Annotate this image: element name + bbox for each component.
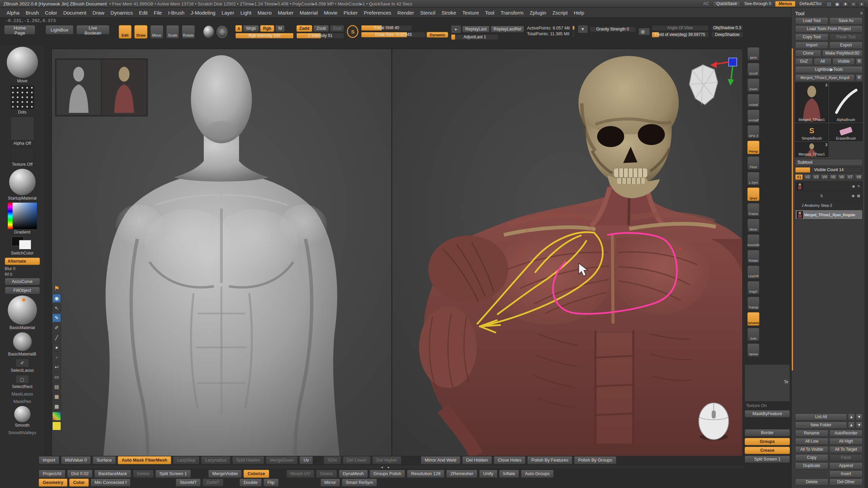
append-button[interactable]: Append (829, 462, 863, 469)
shelf-button[interactable]: ProjectAll (39, 470, 65, 478)
lightbox-tools-button[interactable]: Lightbox▶Tools (795, 66, 863, 73)
shelf-tile[interactable]: Xpose (747, 343, 760, 357)
color-picker[interactable] (8, 203, 37, 229)
all-high-button[interactable]: All High (829, 438, 863, 445)
shelf-button[interactable]: Polish By Features (527, 456, 572, 464)
save-as-button[interactable]: Save As (829, 17, 863, 24)
all-to-visible-button[interactable]: All To Visible (795, 446, 828, 453)
crease-button[interactable]: Crease (745, 447, 790, 454)
subtool-row-selected[interactable]: Merged_TPose1_Ryan_Kingslie (795, 210, 862, 220)
subtool-row-icons[interactable]: ◉ ▦ (852, 194, 861, 198)
tool-panel-header[interactable]: Tool ≡ (795, 9, 863, 17)
stroke-type-sphere[interactable] (7, 47, 38, 78)
subtool-row-icons[interactable]: ◉ ✎ (852, 184, 861, 188)
menu-item[interactable]: Movie (321, 8, 340, 17)
shelf-tile[interactable]: AAHalf (747, 109, 760, 123)
shelf-button[interactable]: Dist 0.02 (67, 470, 93, 478)
menu-item[interactable]: Marker (275, 8, 297, 17)
shelf-tile[interactable]: L.Sym (747, 172, 760, 185)
menu-item[interactable]: Zplugin (527, 8, 549, 17)
titlebar-icon[interactable]: ≡ (850, 1, 856, 6)
menu-item[interactable]: Draw (90, 8, 107, 17)
insert-button[interactable]: Insert (829, 470, 863, 477)
titlebar-icon[interactable]: ▣ (834, 1, 840, 6)
accucurve-button[interactable]: AccuCurve (5, 278, 40, 285)
shelf-button[interactable]: Uv (299, 456, 313, 464)
shelf-button[interactable]: Lazyradius (201, 456, 231, 464)
panel-menu-icon[interactable]: ≡ (860, 11, 863, 16)
shelf-button[interactable]: Morph UV (287, 470, 315, 478)
canvas-tool-icon[interactable]: ✎ (52, 313, 61, 322)
subtool-row-2[interactable]: 5 ◉ ▦ (795, 191, 862, 201)
default-zscript-label[interactable]: DefaultZScr (800, 1, 822, 6)
points-vertical-slider[interactable] (572, 25, 575, 37)
shelf-button[interactable]: Del Higher (372, 456, 401, 464)
menu-item[interactable]: Edit (136, 8, 151, 17)
shelf-button[interactable]: DelMT (202, 479, 223, 487)
visibility-tab[interactable]: V8 (855, 174, 863, 180)
shelf-button[interactable]: Surface (93, 456, 116, 464)
fov-slider[interactable]: Field of view(deg) 39.59775 (652, 32, 709, 38)
alpha-chip[interactable]: A (235, 25, 242, 32)
copy-tool-button[interactable]: Copy Tool (795, 34, 828, 41)
all-to-target-button[interactable]: All To Target (829, 446, 863, 453)
blur-slider[interactable]: Blur 0 (0, 266, 15, 271)
shelf-button[interactable]: Resolution 128 (407, 470, 445, 478)
menu-item[interactable]: Light (237, 8, 255, 17)
select-rect-icon[interactable]: ▢ (16, 375, 29, 384)
flat-sphere-icon[interactable] (217, 26, 228, 38)
visible-count-slider[interactable]: Visible Count 14 (795, 167, 863, 173)
angle-of-view-slider[interactable]: Angle Of View (652, 25, 709, 31)
replay-last-rel-button[interactable]: ReplayLastRel (491, 26, 524, 33)
shelf-button[interactable]: Delete (316, 470, 337, 478)
shelf-tile[interactable]: SPix 3 (747, 125, 760, 139)
goz-all-button[interactable]: All (814, 58, 831, 65)
subtool-up-button[interactable]: ▲ (848, 413, 855, 421)
shelf-tile[interactable]: Dynamic (747, 312, 760, 326)
canvas-tool-icon[interactable]: ⚑ (52, 284, 61, 293)
list-all-button[interactable]: List All (795, 413, 847, 421)
canvas-tool-icon[interactable]: ◦ (52, 353, 61, 362)
shelf-button[interactable]: Min Connected f (91, 479, 131, 487)
see-through-slider[interactable]: See-through 0 (744, 1, 771, 6)
shelf-tile[interactable]: Transp (747, 297, 760, 310)
shelf-button[interactable]: Color (69, 479, 89, 487)
shelf-button[interactable]: Groups Polish (370, 470, 406, 478)
dots-stroke-icon[interactable] (11, 85, 34, 109)
divider-arrows[interactable]: ◂ ▸ (381, 465, 392, 469)
menu-item[interactable]: Transform (497, 8, 527, 17)
shelf-button[interactable]: SDiv (323, 456, 341, 464)
canvas-tool-icon[interactable]: ▤ (52, 382, 61, 391)
live-boolean-button[interactable]: Live Boolean (76, 25, 110, 35)
edit-button[interactable]: Edit (119, 25, 132, 39)
rotate-button[interactable]: Rotate (182, 25, 195, 39)
shelf-button[interactable]: LazyStep (173, 456, 199, 464)
shelf-button[interactable]: MidValue 0 (61, 456, 91, 464)
current-tool-r-button[interactable]: R (856, 74, 863, 81)
shelf-button[interactable]: MergeDown (266, 456, 298, 464)
tool-panel-scrollbar[interactable] (865, 8, 868, 488)
split-screen-button[interactable]: Split Screen 1 (745, 455, 790, 463)
visibility-tab[interactable]: V4 (821, 174, 828, 180)
canvas-tool-icon[interactable]: ▦ (52, 392, 61, 401)
scale-button[interactable]: Scale (166, 25, 179, 39)
shelf-button[interactable]: BackfaceMask (94, 470, 131, 478)
shelf-button[interactable]: Del Hidden (462, 456, 492, 464)
menu-item[interactable]: Document (60, 8, 89, 17)
del-other-button[interactable]: Del Other (829, 479, 863, 486)
shelf-tile[interactable]: Solo (747, 328, 760, 341)
menu-item[interactable]: Stencil (417, 8, 438, 17)
make-polymesh3d-button[interactable]: Make PolyMesh3D (822, 50, 863, 57)
subtool-row-anatomy[interactable]: J Anatomy Step-2 (795, 201, 862, 210)
menu-item[interactable]: Stroke (438, 8, 459, 17)
alternate-button[interactable]: Alternate (5, 258, 40, 265)
rename-button[interactable]: Rename (795, 430, 828, 437)
load-tool-button[interactable]: Load Tool (795, 17, 828, 24)
shelf-tile[interactable]: Rotate (747, 250, 760, 263)
menu-item[interactable]: Macro (255, 8, 275, 17)
shelf-button[interactable]: DynaMesh (339, 470, 368, 478)
zadd-button[interactable]: Zadd (296, 25, 313, 32)
groups-button[interactable]: Groups (745, 438, 790, 445)
canvas-tool-icon[interactable]: ◉ (52, 294, 61, 303)
titlebar-icon[interactable]: ✚ (842, 1, 848, 6)
